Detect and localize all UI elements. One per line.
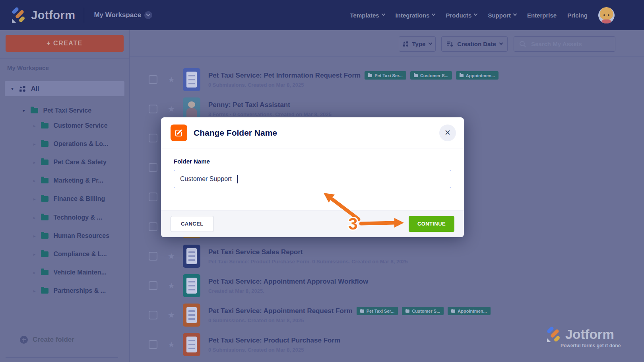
sidebar-folder-marketing[interactable]: ▸ Marketing & Pr...: [0, 173, 129, 189]
row-checkbox[interactable]: [149, 340, 157, 349]
nav-products[interactable]: Products: [446, 12, 477, 19]
caret-right-icon[interactable]: ▸: [33, 270, 36, 275]
row-checkbox[interactable]: [149, 281, 157, 290]
search-icon: [519, 41, 526, 48]
row-checkbox[interactable]: [149, 193, 157, 201]
folder-tag[interactable]: Appointmen...: [448, 307, 490, 315]
nav-support[interactable]: Support: [488, 12, 516, 19]
sidebar-folder-operations[interactable]: ▸ Operations & Lo...: [0, 136, 129, 152]
favorite-star-icon[interactable]: ★: [168, 105, 175, 113]
row-checkbox[interactable]: [149, 134, 157, 142]
row-checkbox[interactable]: [149, 75, 157, 84]
caret-right-icon[interactable]: ▸: [33, 252, 36, 257]
form-icon[interactable]: [183, 333, 200, 356]
edit-folder-icon: [171, 125, 187, 141]
caret-down-icon[interactable]: ▾: [23, 108, 25, 113]
workspace-switcher[interactable]: My Workspace: [94, 11, 141, 19]
folder-tag[interactable]: Appointmen...: [456, 71, 499, 80]
folder-tag[interactable]: Pet Taxi Ser...: [357, 307, 398, 315]
row-checkbox[interactable]: [149, 105, 157, 113]
workspace-chevron-icon[interactable]: [144, 11, 152, 19]
sidebar-folder-compliance[interactable]: ▸ Compliance & L...: [0, 246, 129, 262]
form-icon[interactable]: [183, 68, 200, 91]
dialog-title: Change Folder Name: [194, 128, 277, 138]
folder-tag[interactable]: Customer S...: [402, 307, 444, 315]
sidebar-folder-customer-service[interactable]: ▸ Customer Service: [0, 118, 129, 134]
asset-row: ★ Pet Taxi Service: Appointment Approval…: [149, 271, 632, 300]
asset-title[interactable]: Pet Taxi Service: Appointment Approval W…: [208, 278, 368, 286]
row-checkbox[interactable]: [149, 163, 157, 172]
folder-icon: [41, 160, 48, 165]
nav-enterprise[interactable]: Enterprise: [527, 12, 557, 19]
nav-integrations[interactable]: Integrations: [396, 12, 435, 19]
chevron-down-icon: [429, 41, 433, 45]
folder-name-input[interactable]: [174, 170, 451, 188]
asset-title[interactable]: Pet Taxi Service Sales Report: [208, 248, 303, 256]
folder-icon: [41, 178, 48, 183]
row-checkbox[interactable]: [149, 222, 157, 231]
folder-icon: [41, 251, 48, 257]
caret-right-icon[interactable]: ▸: [33, 197, 36, 202]
caret-right-icon[interactable]: ▸: [33, 123, 36, 128]
chevron-down-icon: [513, 12, 517, 16]
nav-templates[interactable]: Templates: [350, 12, 384, 19]
sidebar-folder-root[interactable]: ▾ Pet Taxi Service: [0, 103, 129, 119]
sidebar-folder-technology[interactable]: ▸ Technology & ...: [0, 210, 129, 226]
type-filter-dropdown[interactable]: Type: [399, 36, 436, 52]
nav-pricing[interactable]: Pricing: [567, 12, 588, 19]
asset-title[interactable]: Pet Taxi Service: Pet Information Reques…: [208, 72, 361, 80]
asset-subtitle: 3 Forms · 0 conversations. Created on Ma…: [208, 111, 332, 117]
caret-right-icon[interactable]: ▸: [33, 288, 36, 294]
caret-right-icon[interactable]: ▸: [33, 160, 36, 165]
create-folder-button[interactable]: Create folder: [0, 333, 129, 347]
user-avatar[interactable]: [598, 7, 615, 23]
sidebar-folder-finance[interactable]: ▸ Finance & Billing: [0, 191, 129, 207]
sidebar-folder-partnerships[interactable]: ▸ Partnerships & ...: [0, 283, 129, 299]
jotform-logo-icon[interactable]: [10, 6, 27, 24]
type-grid-icon: [403, 41, 409, 47]
caret-right-icon[interactable]: ▸: [33, 215, 36, 220]
folder-tag[interactable]: Pet Taxi Ser...: [365, 71, 406, 80]
watermark-tagline: Powerful forms get it done: [561, 343, 621, 348]
dialog-footer: CANCEL CONTINUE: [161, 210, 464, 237]
caret-down-icon[interactable]: ▾: [11, 86, 14, 91]
sidebar-divider: [6, 357, 118, 358]
close-icon[interactable]: ✕: [439, 125, 456, 141]
folder-icon: [41, 123, 48, 128]
chevron-down-icon: [474, 12, 478, 16]
asset-title[interactable]: Pet Taxi Service: Product Purchase Form: [208, 337, 340, 344]
folder-icon: [405, 309, 409, 313]
asset-title[interactable]: Pet Taxi Service: Appointment Request Fo…: [208, 307, 353, 315]
search-input[interactable]: [530, 40, 607, 48]
asset-subtitle: 0 Submissions. Created on Mar 8, 2025: [208, 82, 499, 88]
report-icon[interactable]: [183, 245, 200, 268]
continue-button[interactable]: CONTINUE: [409, 216, 454, 232]
favorite-star-icon[interactable]: ★: [168, 311, 175, 319]
asset-title[interactable]: Penny: Pet Taxi Assistant: [208, 101, 290, 109]
folder-tag[interactable]: Customer S...: [410, 71, 452, 80]
favorite-star-icon[interactable]: ★: [168, 252, 175, 260]
folder-icon: [360, 309, 364, 313]
creation-date-sort-dropdown[interactable]: Creation Date: [441, 36, 508, 52]
sidebar-item-all[interactable]: ▾ All: [5, 81, 124, 96]
chevron-down-icon: [432, 12, 436, 16]
create-button[interactable]: + CREATE: [6, 35, 124, 52]
plus-circle-icon: [20, 336, 28, 344]
form-icon[interactable]: [183, 304, 200, 327]
workflow-icon[interactable]: [183, 274, 200, 297]
row-checkbox[interactable]: [149, 252, 157, 261]
favorite-star-icon[interactable]: ★: [168, 76, 175, 84]
favorite-star-icon[interactable]: ★: [168, 341, 175, 348]
asset-row: ★ Pet Taxi Service Sales Report Pet Taxi…: [149, 241, 632, 271]
sidebar-folder-pet-care[interactable]: ▸ Pet Care & Safety: [0, 154, 129, 170]
sidebar-folder-vehicle[interactable]: ▸ Vehicle Mainten...: [0, 265, 129, 280]
caret-right-icon[interactable]: ▸: [33, 234, 36, 239]
jotform-brand-text[interactable]: Jotform: [31, 9, 75, 22]
folder-icon: [460, 74, 464, 77]
caret-right-icon[interactable]: ▸: [33, 142, 36, 147]
favorite-star-icon[interactable]: ★: [168, 282, 175, 290]
sidebar-folder-human-resources[interactable]: ▸ Human Resources: [0, 228, 129, 244]
row-checkbox[interactable]: [149, 311, 157, 319]
caret-right-icon[interactable]: ▸: [33, 178, 36, 183]
cancel-button[interactable]: CANCEL: [171, 216, 214, 232]
